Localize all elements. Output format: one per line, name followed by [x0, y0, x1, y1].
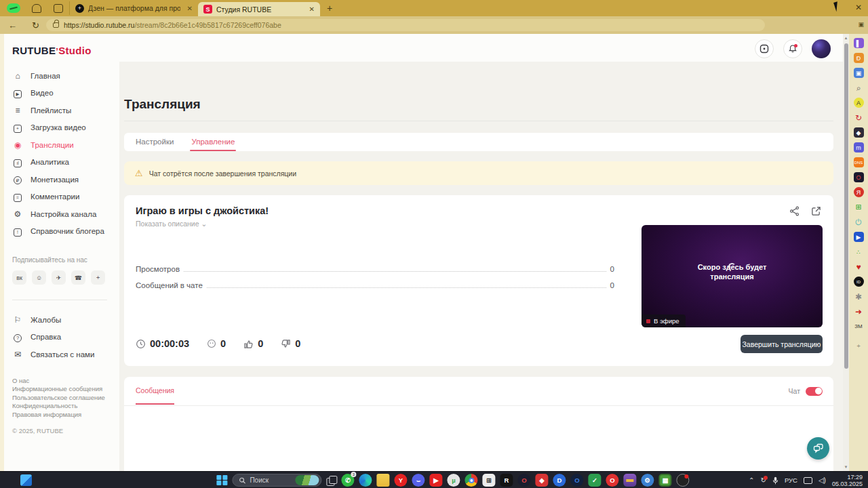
footer-link-info[interactable]: Информационные сообщения — [12, 385, 119, 394]
dns-store-icon[interactable]: DNS — [854, 157, 864, 167]
d-app-icon[interactable]: D — [553, 474, 566, 487]
notifications-button[interactable] — [783, 39, 802, 58]
sidebar-item-playlists[interactable]: ≡ Плейлисты — [12, 102, 119, 119]
dark-o-app-icon[interactable]: O — [570, 474, 583, 487]
green-shield-app-icon[interactable]: ✓ — [588, 474, 601, 487]
sidebar-panel-toggle-icon[interactable]: ▣ — [858, 21, 864, 28]
discord-icon[interactable]: ⌣ — [412, 474, 425, 487]
flag-site-icon[interactable]: ▶ — [854, 232, 864, 242]
back-icon[interactable]: ← — [8, 20, 17, 30]
sidebar-item-channel-settings[interactable]: ⚙ Настройка канала — [12, 205, 119, 223]
telegram-icon[interactable]: ✈ — [52, 270, 66, 285]
scrollbar-thumb[interactable] — [844, 43, 848, 369]
footer-link-privacy[interactable]: Конфиденциальность — [12, 402, 119, 411]
new-tab-button[interactable]: + — [327, 3, 332, 14]
display-icon[interactable] — [804, 477, 812, 484]
ok-icon[interactable]: ☺ — [32, 270, 46, 285]
recorder-dial-icon[interactable] — [676, 474, 689, 487]
orange-site-icon[interactable]: Ð — [854, 53, 864, 63]
twitch-icon[interactable]: ▌ — [854, 38, 864, 48]
window-close-icon[interactable]: ✕ — [855, 3, 862, 12]
heart-icon[interactable]: ♥ — [854, 262, 864, 272]
stream-preview[interactable]: Скоро здесь будет трансляция В эфире — [642, 225, 823, 327]
search-highlight-image[interactable] — [295, 475, 319, 485]
frame-site-icon[interactable]: ▣ — [854, 68, 864, 78]
opera-gx-icon[interactable]: O — [517, 474, 530, 487]
power-icon[interactable]: ⏻ — [854, 217, 864, 227]
viber-icon[interactable]: ☎ — [71, 270, 85, 285]
share-icon[interactable] — [789, 206, 800, 216]
microphone-icon[interactable] — [772, 476, 778, 485]
browser-tab-rutube-studio[interactable]: S Студия RUTUBE ✕ — [198, 2, 320, 16]
id-site-icon[interactable]: ID — [854, 277, 864, 287]
sidebar-item-broadcasts[interactable]: ◉ Трансляции — [12, 136, 119, 154]
cube-site-icon[interactable]: ◆ — [854, 127, 864, 138]
browser-tab-panel-icon[interactable] — [54, 4, 63, 13]
page-scrollbar[interactable]: ▲ ▼ — [843, 34, 849, 471]
yandex-browser-icon[interactable]: Y — [394, 474, 407, 487]
start-button[interactable] — [216, 475, 227, 486]
thumbs-down-icon[interactable] — [281, 339, 291, 349]
edge-browser-icon[interactable] — [359, 474, 372, 487]
footer-link-legal[interactable]: Правовая информация — [12, 411, 119, 420]
refresh-icon[interactable]: ↻ — [32, 20, 39, 30]
tray-expand-icon[interactable]: ⌃ — [749, 476, 754, 484]
minecraft-icon[interactable]: ▦ — [658, 474, 671, 487]
r-app-icon[interactable]: R — [500, 474, 513, 487]
explorer-folder-icon[interactable] — [376, 474, 389, 487]
sidebar-item-home[interactable]: ⌂ Главная — [12, 67, 119, 85]
tray-sync-icon[interactable]: ↻ — [761, 476, 766, 484]
winrar-icon[interactable] — [623, 474, 636, 487]
sidebar-item-complaints[interactable]: ⚐ Жалобы — [12, 311, 119, 329]
close-tab-icon[interactable]: ✕ — [187, 5, 193, 12]
gear-gray-icon[interactable]: ✱ — [854, 291, 864, 302]
vk-icon[interactable]: вк — [12, 270, 26, 285]
show-description-link[interactable]: Показать описание ⌄ — [136, 220, 207, 228]
tab-messages[interactable]: Сообщения — [136, 386, 174, 396]
yellow-site-icon[interactable]: A — [854, 98, 864, 108]
address-bar[interactable]: https://studio.rutube.ru/stream/8c2b66e1… — [46, 19, 765, 31]
sidebar-item-analytics[interactable]: ıl Аналитика — [12, 154, 119, 171]
scroll-down-icon[interactable]: ▼ — [843, 465, 849, 469]
taskbar-search[interactable]: Поиск — [232, 474, 321, 487]
browser-collections-icon[interactable] — [32, 4, 41, 13]
yandex-icon[interactable]: Я — [854, 187, 864, 197]
tab-control[interactable]: Управление — [191, 138, 235, 151]
zm-site-icon[interactable]: ЗМ — [854, 321, 864, 331]
opera-icon[interactable]: O — [606, 474, 618, 487]
sidebar-item-video[interactable]: ▶ Видео — [12, 85, 119, 102]
speaker-icon[interactable]: ◁) — [818, 476, 826, 484]
footer-link-terms[interactable]: Пользовательское соглашение — [12, 394, 119, 403]
support-chat-button[interactable] — [807, 437, 829, 460]
dots-site-icon[interactable]: ∴ — [854, 247, 864, 257]
browser-profile-button[interactable] — [7, 3, 20, 13]
browser-tab-dzen[interactable]: + Дзен — платформа для просмо ✕ — [69, 1, 198, 15]
thumbs-up-icon[interactable] — [243, 339, 254, 349]
chat-toggle[interactable] — [806, 387, 823, 396]
avatar[interactable] — [812, 39, 831, 58]
chrome-icon[interactable] — [465, 474, 477, 487]
sidebar-item-help[interactable]: ? Справка — [12, 329, 119, 346]
sync-arrows-icon[interactable]: ↻ — [854, 113, 864, 123]
m-site-icon[interactable]: m — [854, 142, 864, 152]
utorrent-icon[interactable]: µ — [447, 474, 460, 487]
open-external-icon[interactable] — [811, 206, 821, 216]
add-bookmark-icon[interactable]: ＋ — [854, 341, 864, 351]
youtube-icon[interactable]: ▶ — [429, 474, 442, 487]
sidebar-item-blogger-guide[interactable]: ! Справочник блогера — [12, 223, 119, 241]
sidebar-item-upload[interactable]: + Загрузка видео — [12, 119, 119, 137]
sidebar-item-contact[interactable]: ✉ Связаться с нами — [12, 346, 119, 363]
microsoft-store-icon[interactable]: ⊞ — [482, 474, 495, 487]
sidebar-item-monetization[interactable]: ₽ Монетизация — [12, 171, 119, 188]
tab-settings[interactable]: Настройки — [136, 138, 174, 151]
search-icon[interactable]: ⌕ — [854, 83, 864, 93]
more-socials-icon[interactable]: ＋ — [91, 270, 105, 285]
language-indicator[interactable]: РУС — [785, 476, 797, 484]
create-button[interactable] — [755, 39, 774, 58]
end-broadcast-button[interactable]: Завершить трансляцию — [741, 335, 823, 353]
close-tab-icon[interactable]: ✕ — [309, 5, 315, 13]
task-view-icon[interactable] — [326, 476, 336, 485]
sidebar-item-comments[interactable]: = Комментарии — [12, 188, 119, 206]
whatsapp-icon[interactable]: ✆3 — [341, 474, 354, 487]
widgets-icon[interactable] — [20, 474, 32, 486]
